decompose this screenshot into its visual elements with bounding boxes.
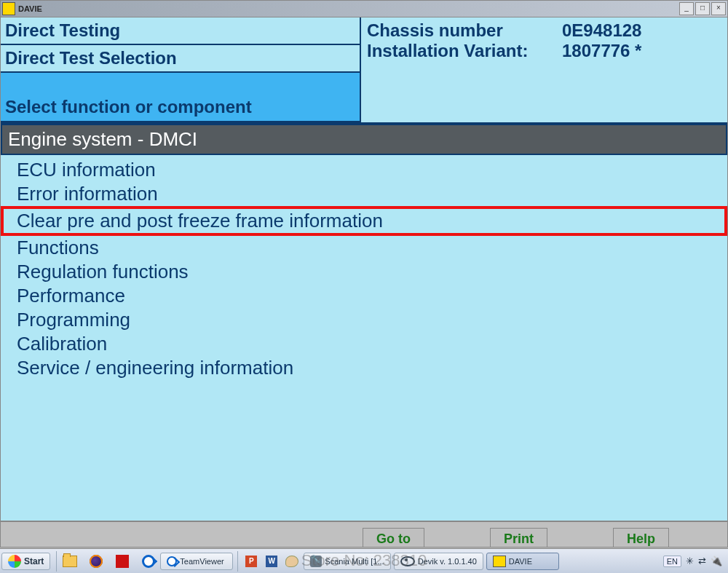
- start-label: Start: [24, 556, 44, 566]
- app-icon: [2, 2, 15, 15]
- goto-button[interactable]: Go to: [363, 528, 424, 547]
- teamviewer-small-icon: [167, 556, 177, 566]
- task-teamviewer[interactable]: TeamViewer: [160, 553, 233, 570]
- variant-value: 1807776 *: [562, 41, 641, 61]
- task-scania-multi[interactable]: Scania Multi [1...: [304, 553, 390, 570]
- content-area: Engine system - DMCI ECU informationErro…: [1, 124, 727, 521]
- print-button[interactable]: Print: [490, 528, 547, 547]
- devik-small-icon: [400, 556, 415, 566]
- menu-item-8[interactable]: Service / engineering information: [1, 356, 727, 380]
- window-controls: _ □ ×: [679, 2, 726, 15]
- menu-item-6[interactable]: Programming: [1, 308, 727, 332]
- explorer-icon[interactable]: [60, 552, 80, 571]
- app-window: DAVIE _ □ × Direct Testing Direct Test S…: [0, 0, 728, 548]
- menu-item-1[interactable]: Error information: [1, 182, 727, 206]
- variant-label: Installation Variant:: [367, 41, 562, 61]
- davie-small-icon: [493, 556, 506, 567]
- task-teamviewer-label: TeamViewer: [180, 557, 223, 566]
- chassis-value: 0E948128: [562, 20, 641, 41]
- function-list: ECU informationError informationClear pr…: [1, 155, 727, 383]
- language-indicator[interactable]: EN: [663, 556, 681, 567]
- task-devik-label: Devik v. 1.0.1.40: [418, 557, 477, 566]
- bottom-button-bar: Go to Print Help: [1, 521, 727, 547]
- window-title: DAVIE: [18, 4, 679, 13]
- powerpoint-icon[interactable]: P: [241, 552, 261, 571]
- breadcrumb-panel: Direct Testing Direct Test Selection Sel…: [1, 17, 361, 122]
- menu-item-3[interactable]: Functions: [1, 236, 727, 260]
- breadcrumb-direct-testing[interactable]: Direct Testing: [1, 17, 360, 45]
- taskbar-separator: [56, 551, 57, 572]
- tray-connection-icon[interactable]: ⇄: [698, 556, 706, 566]
- scania-small-icon: [310, 556, 322, 567]
- windows-icon: [8, 555, 21, 568]
- start-button[interactable]: Start: [1, 553, 50, 570]
- tray-network-icon[interactable]: ✳: [686, 556, 694, 566]
- titlebar: DAVIE _ □ ×: [1, 1, 727, 17]
- paint-icon[interactable]: [282, 552, 302, 571]
- menu-item-5[interactable]: Performance: [1, 284, 727, 308]
- app-red-icon[interactable]: [112, 552, 132, 571]
- task-devik[interactable]: Devik v. 1.0.1.40: [394, 553, 483, 570]
- header-area: Direct Testing Direct Test Selection Sel…: [1, 17, 727, 124]
- word-icon[interactable]: W: [261, 552, 282, 571]
- minimize-button[interactable]: _: [679, 2, 694, 15]
- menu-item-4[interactable]: Regulation functions: [1, 260, 727, 284]
- firefox-icon[interactable]: [86, 552, 106, 571]
- menu-item-0[interactable]: ECU information: [1, 158, 727, 182]
- maximize-button[interactable]: □: [695, 2, 710, 15]
- close-button[interactable]: ×: [711, 2, 726, 15]
- menu-item-2[interactable]: Clear pre and post freeze frame informat…: [1, 206, 727, 236]
- system-tray: EN ✳ ⇄ 🔌: [663, 556, 727, 567]
- vehicle-info-panel: Chassis number 0E948128 Installation Var…: [361, 17, 727, 122]
- breadcrumb-select-function[interactable]: Select function or component: [1, 73, 360, 122]
- section-header[interactable]: Engine system - DMCI: [1, 124, 727, 155]
- task-scania-label: Scania Multi [1...: [325, 557, 384, 566]
- tray-plugin-icon[interactable]: 🔌: [711, 556, 722, 566]
- task-davie-label: DAVIE: [509, 557, 532, 566]
- chassis-number-row: Chassis number 0E948128: [367, 20, 721, 41]
- installation-variant-row: Installation Variant: 1807776 *: [367, 41, 721, 61]
- taskbar: Start TeamViewer P W Scania Multi [1... …: [0, 548, 728, 573]
- task-davie[interactable]: DAVIE: [486, 553, 559, 570]
- help-button[interactable]: Help: [613, 528, 669, 547]
- breadcrumb-direct-test-selection[interactable]: Direct Test Selection: [1, 45, 360, 73]
- teamviewer-icon[interactable]: [138, 552, 159, 571]
- quick-launch: [60, 552, 159, 571]
- chassis-label: Chassis number: [367, 20, 562, 41]
- taskbar-separator-2: [237, 551, 238, 572]
- menu-item-7[interactable]: Calibration: [1, 332, 727, 356]
